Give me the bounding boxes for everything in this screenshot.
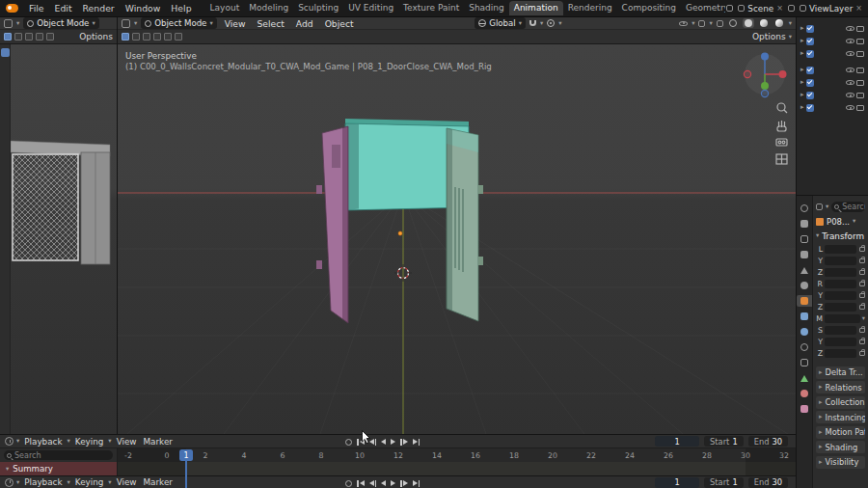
lock-icon[interactable] — [859, 282, 865, 286]
lock-icon[interactable] — [859, 270, 865, 275]
current-frame-field[interactable]: 1 — [655, 477, 699, 488]
tab-view-layer[interactable] — [797, 249, 812, 260]
next-keyframe-button[interactable] — [400, 480, 408, 487]
jump-to-start-button[interactable] — [357, 480, 365, 487]
workspace-tab-uv-editing[interactable]: UV Editing — [343, 1, 398, 15]
tool-slot-icon[interactable] — [153, 33, 161, 41]
menu-view[interactable]: View — [115, 477, 139, 487]
rotation-y-field[interactable] — [825, 291, 856, 300]
menu-render[interactable]: Render — [78, 2, 120, 14]
shading-material-toggle[interactable] — [758, 18, 770, 28]
viewlayer-browse-icon[interactable] — [788, 5, 795, 12]
collection-checkbox[interactable] — [806, 92, 814, 99]
scene-selector[interactable]: Scene × — [738, 4, 783, 14]
editor-type-icon[interactable] — [4, 19, 13, 28]
tab-output[interactable] — [797, 233, 812, 245]
tool-slot-icon[interactable] — [164, 33, 172, 41]
disable-viewport-icon[interactable] — [856, 80, 864, 86]
play-button[interactable] — [391, 480, 395, 486]
lock-icon[interactable] — [859, 247, 865, 252]
collection-checkbox[interactable] — [806, 38, 814, 45]
outliner-row[interactable]: ▸ — [799, 89, 866, 101]
object-origin-dot[interactable] — [398, 231, 402, 235]
active-tool-icon[interactable] — [4, 33, 12, 41]
current-frame-field[interactable]: 1 — [655, 436, 699, 447]
scale-z-field[interactable] — [825, 349, 856, 358]
viewlayer-unlink-icon[interactable]: × — [855, 4, 862, 13]
tab-object-data[interactable] — [797, 372, 812, 384]
scene-browse-icon[interactable] — [726, 5, 733, 12]
workspace-tab-texture-paint[interactable]: Texture Paint — [398, 1, 464, 15]
expand-chevron-icon[interactable]: ▸ — [800, 104, 804, 111]
transform-orientation-selector[interactable]: Global ▾ — [475, 17, 526, 29]
disable-viewport-icon[interactable] — [856, 93, 864, 98]
outliner-row[interactable]: ▸ — [799, 101, 866, 114]
menu-keying[interactable]: Keying — [73, 437, 106, 447]
tool-slot-icon[interactable] — [132, 33, 140, 41]
properties-search-input[interactable]: Search — [831, 202, 865, 212]
workspace-tab-rendering[interactable]: Rendering — [563, 1, 617, 15]
zoom-icon[interactable] — [777, 103, 787, 113]
scale-x-field[interactable] — [825, 326, 856, 335]
outliner-row[interactable]: ▸ — [799, 64, 866, 76]
tab-physics[interactable] — [797, 341, 812, 353]
timeline-editor-icon[interactable] — [5, 478, 14, 487]
xray-toggle-icon[interactable] — [717, 20, 723, 27]
tab-scene[interactable] — [797, 264, 812, 276]
outliner-row[interactable]: ▸ — [799, 22, 866, 35]
section-shading[interactable]: ▸Shading — [816, 441, 865, 453]
active-tool-icon[interactable] — [122, 33, 129, 41]
tab-object[interactable] — [797, 295, 812, 307]
play-button[interactable] — [391, 439, 395, 445]
menu-window[interactable]: Window — [121, 2, 166, 14]
menu-playback[interactable]: Playback — [22, 437, 64, 447]
workspace-tab-animation[interactable]: Animation — [509, 1, 563, 15]
expand-chevron-icon[interactable]: ▸ — [800, 38, 804, 44]
lock-icon[interactable] — [859, 339, 865, 344]
timeline-editor-icon[interactable] — [5, 437, 14, 446]
mode-selector[interactable]: Object Mode ▾ — [141, 17, 216, 29]
tool-slot-icon[interactable] — [46, 33, 54, 41]
menu-marker[interactable]: Marker — [142, 437, 175, 447]
menu-help[interactable]: Help — [166, 2, 196, 14]
blender-logo-icon[interactable] — [6, 4, 18, 13]
menu-playback[interactable]: Playback — [22, 477, 64, 487]
lock-icon[interactable] — [859, 258, 865, 263]
start-frame-field[interactable]: Start1 — [704, 477, 744, 488]
tab-constraints[interactable] — [797, 357, 812, 368]
auto-keying-icon[interactable] — [345, 439, 352, 446]
scene-unlink-icon[interactable]: × — [776, 4, 783, 13]
show-gizmo-icon[interactable] — [679, 21, 688, 26]
expand-chevron-icon[interactable]: ▸ — [800, 79, 804, 86]
workspace-tab-geometry-nodes[interactable]: Geometry Nodes — [681, 1, 725, 15]
expand-chevron-icon[interactable]: ▸ — [800, 50, 804, 57]
options-dropdown[interactable]: Options ▾ — [752, 32, 792, 41]
tool-slot-icon[interactable] — [36, 33, 43, 41]
workspace-tab-layout[interactable]: Layout — [205, 1, 245, 15]
menu-keying[interactable]: Keying — [73, 477, 106, 487]
tab-world[interactable] — [797, 280, 812, 291]
tab-tool[interactable] — [797, 203, 812, 214]
workspace-tab-modeling[interactable]: Modeling — [244, 1, 293, 15]
shading-rendered-toggle[interactable] — [773, 18, 785, 28]
tool-slot-icon[interactable] — [25, 33, 33, 41]
ruler-track[interactable]: -2 0 2 4 6 8 10 12 14 16 18 20 22 24 26 … — [118, 448, 796, 462]
lock-icon[interactable] — [859, 351, 865, 356]
overlays-icon[interactable] — [698, 20, 705, 27]
location-x-field[interactable] — [825, 245, 856, 254]
hide-eye-icon[interactable] — [846, 26, 854, 31]
toggle-ortho-icon[interactable] — [776, 154, 787, 164]
properties-breadcrumb[interactable]: P08... ▾ — [816, 214, 865, 229]
lock-icon[interactable] — [859, 328, 865, 333]
jump-to-end-button[interactable] — [413, 480, 420, 487]
next-keyframe-button[interactable] — [400, 439, 408, 446]
auto-keying-icon[interactable] — [345, 480, 352, 487]
workspace-tab-compositing[interactable]: Compositing — [617, 1, 681, 15]
end-frame-field[interactable]: End30 — [748, 436, 788, 447]
section-collections[interactable]: ▸Collection — [816, 396, 865, 409]
menu-view[interactable]: View — [221, 18, 250, 29]
tool-slot-icon[interactable] — [143, 33, 150, 41]
workspace-tab-shading[interactable]: Shading — [464, 1, 509, 15]
navigation-gizmo[interactable] — [744, 53, 786, 97]
wall-model[interactable] — [316, 119, 483, 323]
